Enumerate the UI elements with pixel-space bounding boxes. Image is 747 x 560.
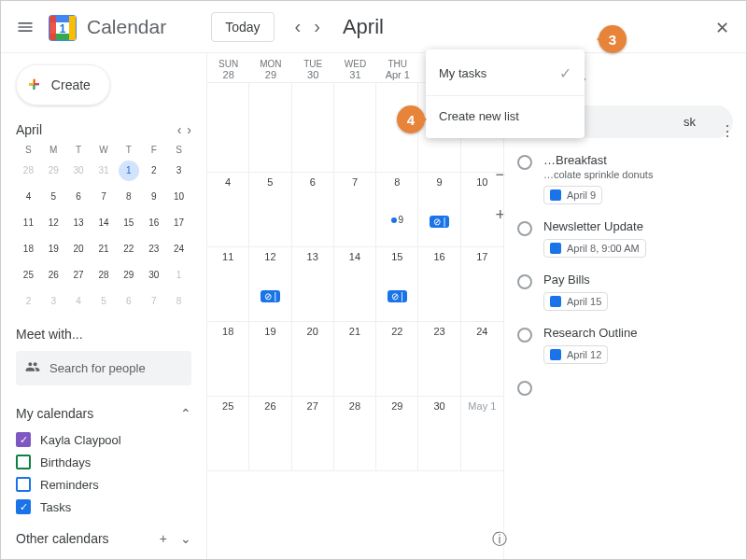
calendar-item[interactable]: ✓Kayla Claypool xyxy=(16,428,191,451)
task-item[interactable]: …Breakfast…colate sprinkle donutsApril 9 xyxy=(517,153,733,204)
day-cell[interactable]: 18 xyxy=(207,322,249,396)
mini-day[interactable]: 1 xyxy=(119,161,139,181)
mini-day[interactable]: 6 xyxy=(119,291,139,312)
hamburger-menu-icon[interactable] xyxy=(16,18,35,36)
mini-day[interactable]: 26 xyxy=(43,265,63,286)
mini-day[interactable]: 5 xyxy=(93,291,114,312)
day-cell[interactable] xyxy=(249,83,291,172)
task-chip[interactable]: ⊘ | xyxy=(430,216,449,228)
mini-day[interactable]: 29 xyxy=(119,265,139,286)
day-cell[interactable]: 14 xyxy=(334,247,376,321)
mini-day[interactable]: 16 xyxy=(144,213,164,233)
info-icon[interactable]: ⓘ xyxy=(492,530,507,550)
mini-day[interactable]: 4 xyxy=(18,187,38,207)
mini-day[interactable]: 4 xyxy=(68,291,89,312)
mini-day[interactable]: 8 xyxy=(169,291,190,312)
mini-day[interactable]: 20 xyxy=(68,239,89,259)
day-cell[interactable]: 4 xyxy=(207,173,249,246)
mini-day[interactable]: 5 xyxy=(43,187,63,207)
calendar-item[interactable]: Reminders xyxy=(16,473,191,496)
mini-day[interactable]: 11 xyxy=(18,213,38,233)
day-cell[interactable]: 17 xyxy=(461,247,503,321)
task-date-chip[interactable]: April 12 xyxy=(543,345,608,364)
checkbox-icon[interactable]: ✓ xyxy=(16,432,31,447)
mini-day[interactable]: 6 xyxy=(68,187,89,207)
mini-day[interactable]: 28 xyxy=(93,265,114,286)
mini-day[interactable]: 10 xyxy=(169,187,190,207)
mini-day[interactable]: 25 xyxy=(18,265,38,286)
calendar-item[interactable]: ✓Tasks xyxy=(16,496,191,518)
day-cell[interactable]: 29 xyxy=(376,397,418,470)
day-cell[interactable]: 30 xyxy=(418,397,460,470)
day-cell[interactable]: 16 xyxy=(418,247,460,321)
mini-prev-icon[interactable]: ‹ xyxy=(177,122,182,137)
chevron-down-icon[interactable]: ⌄ xyxy=(180,531,191,546)
add-calendar-icon[interactable]: + xyxy=(160,531,167,546)
dropdown-create-new-list[interactable]: Create new list xyxy=(426,100,585,133)
next-month-icon[interactable]: › xyxy=(310,12,324,41)
mini-day[interactable]: 27 xyxy=(68,265,89,286)
mini-day[interactable]: 30 xyxy=(144,265,164,286)
mini-day[interactable]: 7 xyxy=(144,291,164,312)
mini-day[interactable]: 24 xyxy=(169,239,190,259)
day-cell[interactable]: 25 xyxy=(207,397,249,470)
dropdown-option-mytasks[interactable]: My tasks ✓ xyxy=(426,55,585,91)
mini-day[interactable]: 2 xyxy=(144,161,164,181)
calendar-item[interactable]: Birthdays xyxy=(16,451,191,473)
create-button[interactable]: + Create xyxy=(16,64,110,105)
mini-day[interactable]: 1 xyxy=(169,265,190,286)
mini-day[interactable]: 15 xyxy=(119,213,139,233)
prev-month-icon[interactable]: ‹ xyxy=(291,12,305,41)
mini-day[interactable]: 23 xyxy=(144,239,164,259)
day-cell[interactable]: 15⊘ | xyxy=(376,247,418,321)
close-panel-icon[interactable]: ✕ xyxy=(715,18,729,38)
mini-day[interactable]: 8 xyxy=(119,187,139,207)
mini-next-icon[interactable]: › xyxy=(187,122,191,137)
kebab-menu-icon[interactable]: ⋮ xyxy=(720,122,735,140)
day-cell[interactable]: 12⊘ | xyxy=(249,247,291,321)
mini-day[interactable]: 18 xyxy=(18,239,38,259)
task-chip[interactable]: ⊘ | xyxy=(261,290,280,302)
mini-day[interactable]: 14 xyxy=(93,213,114,233)
task-chip[interactable]: ⊘ | xyxy=(388,290,407,302)
mini-day[interactable]: 29 xyxy=(43,161,63,181)
task-radio-icon[interactable] xyxy=(517,155,532,170)
task-date-chip[interactable]: April 15 xyxy=(543,292,608,311)
mini-day[interactable]: 17 xyxy=(169,213,190,233)
mini-day[interactable]: 31 xyxy=(93,161,114,181)
day-cell[interactable]: 20 xyxy=(292,322,334,396)
day-cell[interactable]: 89 xyxy=(376,173,418,246)
day-cell[interactable]: 7 xyxy=(334,173,376,246)
day-cell[interactable]: May 1 xyxy=(461,397,503,470)
mini-day[interactable]: 13 xyxy=(68,213,89,233)
task-date-chip[interactable]: April 8, 9:00 AM xyxy=(543,239,646,258)
checkbox-icon[interactable]: ✓ xyxy=(16,499,31,514)
checkbox-icon[interactable] xyxy=(16,477,31,492)
day-cell[interactable]: 5 xyxy=(249,173,291,246)
task-item[interactable]: Newsletter UpdateApril 8, 9:00 AM xyxy=(517,219,733,258)
mini-day[interactable]: 22 xyxy=(119,239,139,259)
day-cell[interactable] xyxy=(334,83,376,172)
task-item[interactable]: Pay BillsApril 15 xyxy=(517,273,733,311)
task-item[interactable]: Research OutlineApril 12 xyxy=(517,326,733,364)
day-cell[interactable]: 23 xyxy=(418,322,460,396)
task-radio-icon[interactable] xyxy=(517,274,532,289)
mini-day[interactable]: 12 xyxy=(43,213,63,233)
mini-day[interactable]: 21 xyxy=(93,239,114,259)
day-cell[interactable] xyxy=(292,83,334,172)
chevron-up-icon[interactable]: ⌃ xyxy=(180,406,191,421)
mini-day[interactable]: 19 xyxy=(43,239,63,259)
task-item[interactable] xyxy=(517,379,733,396)
mini-day[interactable]: 3 xyxy=(169,161,190,181)
mini-day[interactable]: 2 xyxy=(18,291,38,312)
mini-day[interactable]: 3 xyxy=(43,291,63,312)
task-date-chip[interactable]: April 9 xyxy=(543,186,602,204)
today-button[interactable]: Today xyxy=(211,12,274,42)
checkbox-icon[interactable] xyxy=(16,455,31,469)
day-cell[interactable]: 11 xyxy=(207,247,249,321)
task-radio-icon[interactable] xyxy=(517,328,532,343)
day-cell[interactable]: 22 xyxy=(376,322,418,396)
task-radio-icon[interactable] xyxy=(517,221,532,236)
day-cell[interactable]: 21 xyxy=(334,322,376,396)
day-cell[interactable] xyxy=(207,83,249,172)
